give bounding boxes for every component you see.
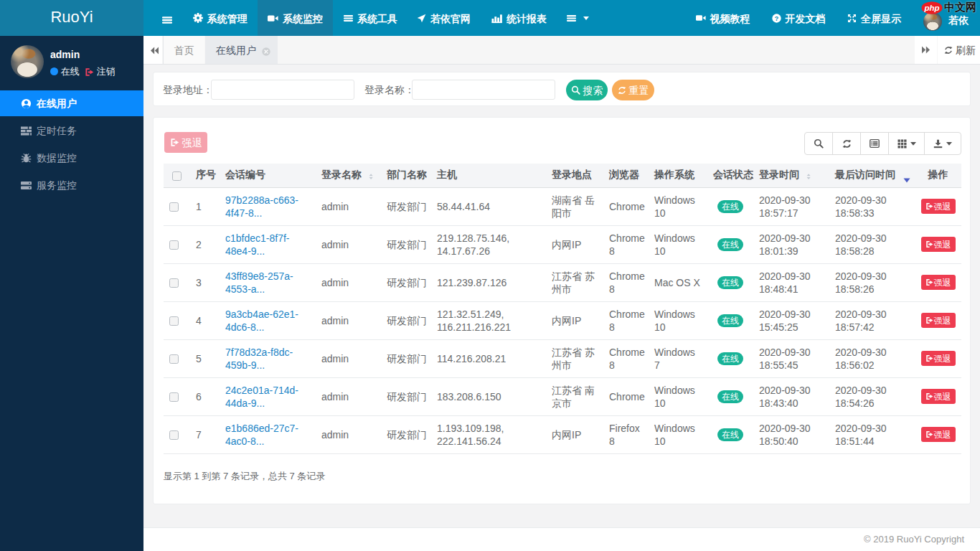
svg-text:?: ? [774,14,778,22]
svg-text:php: php [923,4,939,12]
